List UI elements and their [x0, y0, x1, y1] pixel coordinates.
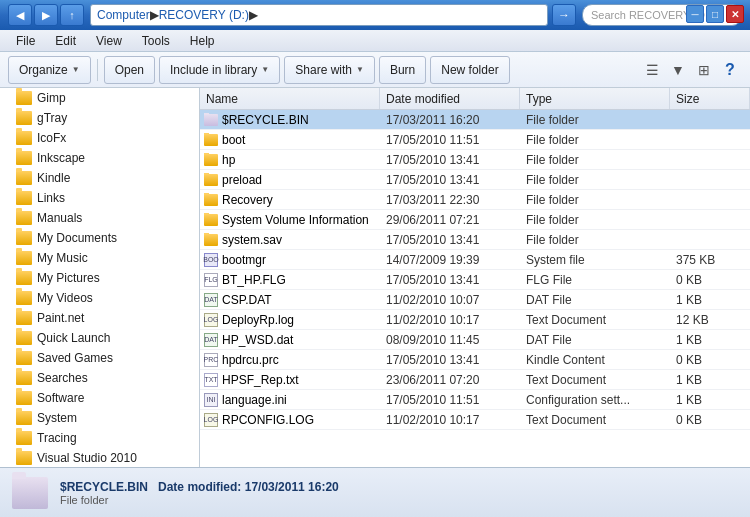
view-details-button[interactable]: ⊞	[692, 58, 716, 82]
new-folder-button[interactable]: New folder	[430, 56, 509, 84]
table-row[interactable]: INIlanguage.ini17/05/2010 11:51Configura…	[200, 390, 750, 410]
sidebar-item[interactable]: Paint.net	[0, 308, 199, 328]
status-info: $RECYCLE.BIN Date modified: 17/03/2011 1…	[60, 480, 339, 506]
sidebar-item[interactable]: Tracing	[0, 428, 199, 448]
table-row[interactable]: BOObootmgr14/07/2009 19:39System file375…	[200, 250, 750, 270]
open-label: Open	[115, 63, 144, 77]
table-row[interactable]: preload17/05/2010 13:41File folder	[200, 170, 750, 190]
sidebar-item-label: My Pictures	[37, 271, 100, 285]
col-date[interactable]: Date modified	[380, 88, 520, 109]
main-content: GimpgTrayIcoFxInkscapeKindleLinksManuals…	[0, 88, 750, 467]
sidebar-item[interactable]: My Pictures	[0, 268, 199, 288]
sidebar-item[interactable]: Kindle	[0, 168, 199, 188]
menu-help[interactable]: Help	[182, 32, 223, 50]
view-dropdown-button[interactable]: ▼	[666, 58, 690, 82]
folder-icon	[16, 391, 32, 405]
up-button[interactable]: ↑	[60, 4, 84, 26]
back-button[interactable]: ◀	[8, 4, 32, 26]
table-row[interactable]: Recovery17/03/2011 22:30File folder	[200, 190, 750, 210]
menu-edit[interactable]: Edit	[47, 32, 84, 50]
folder-icon	[16, 311, 32, 325]
title-bar: ◀ ▶ ↑ Computer ▶ RECOVERY (D:) ▶ → Searc…	[0, 0, 750, 30]
sidebar-item[interactable]: My Videos	[0, 288, 199, 308]
help-button[interactable]: ?	[718, 58, 742, 82]
table-row[interactable]: DATCSP.DAT11/02/2010 10:07DAT File1 KB	[200, 290, 750, 310]
sidebar-item[interactable]: Links	[0, 188, 199, 208]
open-button[interactable]: Open	[104, 56, 155, 84]
view-options: ☰ ▼ ⊞ ?	[640, 58, 742, 82]
sidebar-item-label: Saved Games	[37, 351, 113, 365]
table-row[interactable]: PRChpdrcu.prc17/05/2010 13:41Kindle Cont…	[200, 350, 750, 370]
table-row[interactable]: LOGDeployRp.log11/02/2010 10:17Text Docu…	[200, 310, 750, 330]
file-date: 17/05/2010 13:41	[380, 353, 520, 367]
share-button[interactable]: Share with ▼	[284, 56, 375, 84]
file-name-cell: $RECYCLE.BIN	[200, 113, 380, 127]
sidebar-item[interactable]: Quick Launch	[0, 328, 199, 348]
menu-tools[interactable]: Tools	[134, 32, 178, 50]
sidebar-item[interactable]: Inkscape	[0, 148, 199, 168]
view-list-button[interactable]: ☰	[640, 58, 664, 82]
sidebar-item[interactable]: My Music	[0, 248, 199, 268]
include-library-label: Include in library	[170, 63, 257, 77]
sidebar-item-label: Links	[37, 191, 65, 205]
go-button[interactable]: →	[552, 4, 576, 26]
breadcrumb-sep1: ▶	[150, 8, 159, 22]
file-name-cell: boot	[200, 133, 380, 147]
close-button[interactable]: ✕	[726, 5, 744, 23]
folder-icon	[204, 154, 218, 166]
maximize-button[interactable]: □	[706, 5, 724, 23]
sidebar-item[interactable]: Gimp	[0, 88, 199, 108]
table-row[interactable]: $RECYCLE.BIN17/03/2011 16:20File folder	[200, 110, 750, 130]
sidebar-item[interactable]: Searches	[0, 368, 199, 388]
sidebar-item[interactable]: System	[0, 408, 199, 428]
sidebar-item-label: Manuals	[37, 211, 82, 225]
table-row[interactable]: LOGRPCONFIG.LOG11/02/2010 10:17Text Docu…	[200, 410, 750, 430]
sidebar: GimpgTrayIcoFxInkscapeKindleLinksManuals…	[0, 88, 200, 467]
file-name: Recovery	[222, 193, 273, 207]
menu-view[interactable]: View	[88, 32, 130, 50]
file-name-cell: hp	[200, 153, 380, 167]
file-type: File folder	[520, 173, 670, 187]
sidebar-item[interactable]: Saved Games	[0, 348, 199, 368]
sidebar-item[interactable]: IcoFx	[0, 128, 199, 148]
status-type: File folder	[60, 494, 339, 506]
file-name-cell: FLGBT_HP.FLG	[200, 273, 380, 287]
breadcrumb-drive[interactable]: RECOVERY (D:)	[159, 8, 249, 22]
file-type: System file	[520, 253, 670, 267]
table-row[interactable]: DATHP_WSD.dat08/09/2010 11:45DAT File1 K…	[200, 330, 750, 350]
table-row[interactable]: System Volume Information29/06/2011 07:2…	[200, 210, 750, 230]
table-row[interactable]: TXTHPSF_Rep.txt23/06/2011 07:20Text Docu…	[200, 370, 750, 390]
include-library-button[interactable]: Include in library ▼	[159, 56, 280, 84]
file-date: 17/05/2010 11:51	[380, 133, 520, 147]
table-row[interactable]: boot17/05/2010 11:51File folder	[200, 130, 750, 150]
breadcrumb-sep2: ▶	[249, 8, 258, 22]
table-row[interactable]: FLGBT_HP.FLG17/05/2010 13:41FLG File0 KB	[200, 270, 750, 290]
file-date: 11/02/2010 10:17	[380, 313, 520, 327]
col-size[interactable]: Size	[670, 88, 750, 109]
minimize-button[interactable]: ─	[686, 5, 704, 23]
burn-button[interactable]: Burn	[379, 56, 426, 84]
sidebar-item[interactable]: My Documents	[0, 228, 199, 248]
sidebar-item[interactable]: Visual Studio 2010	[0, 448, 199, 467]
sidebar-item[interactable]: gTray	[0, 108, 199, 128]
table-row[interactable]: system.sav17/05/2010 13:41File folder	[200, 230, 750, 250]
file-date: 14/07/2009 19:39	[380, 253, 520, 267]
sidebar-item-label: Visual Studio 2010	[37, 451, 137, 465]
file-name: System Volume Information	[222, 213, 369, 227]
folder-icon	[16, 371, 32, 385]
forward-button[interactable]: ▶	[34, 4, 58, 26]
sidebar-item[interactable]: Manuals	[0, 208, 199, 228]
toolbar-separator-1	[97, 59, 98, 81]
col-name[interactable]: Name	[200, 88, 380, 109]
menu-file[interactable]: File	[8, 32, 43, 50]
breadcrumb-computer[interactable]: Computer	[97, 8, 150, 22]
address-bar[interactable]: Computer ▶ RECOVERY (D:) ▶	[90, 4, 548, 26]
burn-label: Burn	[390, 63, 415, 77]
folder-icon	[16, 351, 32, 365]
file-name-cell: INIlanguage.ini	[200, 393, 380, 407]
sidebar-item[interactable]: Software	[0, 388, 199, 408]
table-row[interactable]: hp17/05/2010 13:41File folder	[200, 150, 750, 170]
file-name: HPSF_Rep.txt	[222, 373, 299, 387]
col-type[interactable]: Type	[520, 88, 670, 109]
organize-button[interactable]: Organize ▼	[8, 56, 91, 84]
